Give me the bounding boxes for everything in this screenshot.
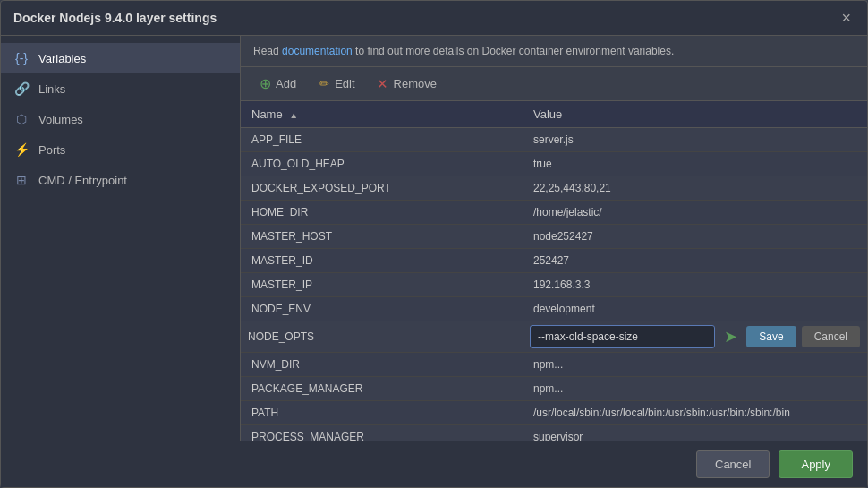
volumes-icon: ⬡ [13, 112, 30, 126]
row-name-cell: APP_FILE [241, 128, 523, 152]
row-name-cell: NODE_OPTS [241, 321, 523, 353]
col-name: Name ▲ [241, 101, 523, 128]
sidebar-item-label-volumes: Volumes [38, 113, 83, 126]
info-suffix: to find out more details on Docker conta… [353, 45, 675, 57]
row-name-cell: PATH [241, 401, 523, 425]
footer-apply-button[interactable]: Apply [779, 450, 853, 478]
sidebar-item-ports[interactable]: ⚡ Ports [1, 134, 240, 165]
row-name-cell: PROCESS_MANAGER [241, 425, 523, 441]
row-value-cell: node252427 [523, 225, 867, 249]
footer-cancel-button[interactable]: Cancel [696, 450, 770, 478]
sidebar: {-} Variables 🔗 Links ⬡ Volumes ⚡ Ports … [1, 36, 241, 441]
table-row[interactable]: PACKAGE_MANAGER npm... [241, 377, 867, 401]
row-name-cell: PACKAGE_MANAGER [241, 377, 523, 401]
remove-button[interactable]: ✕ Remove [368, 73, 446, 94]
sidebar-item-label-variables: Variables [38, 52, 86, 65]
table-row[interactable]: PROCESS_MANAGER supervisor [241, 425, 867, 441]
row-value-cell: /usr/local/sbin:/usr/local/bin:/usr/sbin… [523, 401, 867, 425]
dialog-title: Docker Nodejs 9.4.0 layer settings [13, 11, 217, 25]
row-value-cell: /home/jelastic/ [523, 201, 867, 225]
add-label: Add [276, 77, 296, 90]
add-button[interactable]: ⊕ Add [250, 73, 305, 94]
remove-icon: ✕ [377, 78, 389, 90]
col-value: Value [523, 101, 867, 128]
sidebar-item-volumes[interactable]: ⬡ Volumes [1, 104, 240, 134]
close-button[interactable]: × [838, 10, 855, 26]
col-value-label: Value [533, 107, 562, 121]
sort-arrow-icon: ▲ [289, 110, 298, 120]
remove-label: Remove [394, 77, 437, 90]
toolbar: ⊕ Add ✏ Edit ✕ Remove [241, 67, 867, 101]
table-row[interactable]: APP_FILE server.js [241, 128, 867, 152]
row-value-cell: 192.168.3.3 [523, 273, 867, 297]
cmd-icon: ⊞ [13, 173, 30, 187]
row-value-cell: development [523, 297, 867, 321]
table-row[interactable]: NVM_DIR npm... [241, 353, 867, 377]
row-value-cell-edit: ➤ Save Cancel [523, 321, 867, 353]
row-name-cell: HOME_DIR [241, 201, 523, 225]
variables-table: Name ▲ Value APP_FILE server.js AUTO_OLD… [241, 101, 867, 441]
table-row[interactable]: NODE_ENV development [241, 297, 867, 321]
row-value-cell: 252427 [523, 249, 867, 273]
row-name-cell: AUTO_OLD_HEAP [241, 152, 523, 176]
inline-edit-input[interactable] [530, 325, 715, 348]
dialog-body: {-} Variables 🔗 Links ⬡ Volumes ⚡ Ports … [1, 36, 867, 441]
sidebar-item-links[interactable]: 🔗 Links [1, 73, 240, 104]
info-bar: Read documentation to find out more deta… [241, 36, 867, 67]
edit-label: Edit [335, 77, 354, 90]
table-row[interactable]: MASTER_ID 252427 [241, 249, 867, 273]
row-name-cell: MASTER_HOST [241, 225, 523, 249]
table-row[interactable]: HOME_DIR /home/jelastic/ [241, 201, 867, 225]
row-name-cell: MASTER_IP [241, 273, 523, 297]
documentation-link[interactable]: documentation [282, 45, 353, 57]
variables-icon: {-} [13, 51, 30, 65]
add-icon: ⊕ [259, 78, 271, 90]
main-panel: Read documentation to find out more deta… [241, 36, 867, 441]
dialog-footer: Cancel Apply [1, 441, 867, 487]
row-value-cell: supervisor [523, 425, 867, 441]
links-icon: 🔗 [13, 81, 30, 96]
row-value-cell: npm... [523, 353, 867, 377]
table-row[interactable]: AUTO_OLD_HEAP true [241, 152, 867, 176]
row-value-cell: npm... [523, 377, 867, 401]
row-value-cell: server.js [523, 128, 867, 152]
ports-icon: ⚡ [13, 142, 30, 157]
refresh-icon-button[interactable]: ➤ [720, 325, 741, 348]
inline-cancel-button[interactable]: Cancel [802, 326, 860, 347]
sidebar-item-label-cmd: CMD / Entrypoint [38, 174, 127, 187]
table-row[interactable]: NODE_OPTS ➤ Save Cancel [241, 321, 867, 353]
row-name-cell: NODE_ENV [241, 297, 523, 321]
table-row[interactable]: MASTER_IP 192.168.3.3 [241, 273, 867, 297]
edit-button[interactable]: ✏ Edit [309, 73, 363, 94]
table-container: Name ▲ Value APP_FILE server.js AUTO_OLD… [241, 101, 867, 441]
dialog: Docker Nodejs 9.4.0 layer settings × {-}… [0, 0, 868, 488]
row-value-cell: true [523, 152, 867, 176]
edit-icon: ✏ [318, 78, 330, 90]
sidebar-item-label-links: Links [38, 82, 65, 96]
info-prefix: Read [253, 45, 282, 57]
sidebar-item-cmd[interactable]: ⊞ CMD / Entrypoint [1, 165, 240, 195]
table-row[interactable]: MASTER_HOST node252427 [241, 225, 867, 249]
row-name-cell: NVM_DIR [241, 353, 523, 377]
row-name-cell: MASTER_ID [241, 249, 523, 273]
table-row[interactable]: PATH /usr/local/sbin:/usr/local/bin:/usr… [241, 401, 867, 425]
col-name-label: Name [251, 107, 283, 121]
sidebar-item-variables[interactable]: {-} Variables [1, 43, 240, 73]
sidebar-item-label-ports: Ports [38, 143, 65, 157]
dialog-header: Docker Nodejs 9.4.0 layer settings × [1, 1, 867, 36]
table-row[interactable]: DOCKER_EXPOSED_PORT 22,25,443,80,21 [241, 176, 867, 201]
row-value-cell: 22,25,443,80,21 [523, 176, 867, 201]
row-name-cell: DOCKER_EXPOSED_PORT [241, 176, 523, 201]
inline-save-button[interactable]: Save [746, 326, 796, 347]
